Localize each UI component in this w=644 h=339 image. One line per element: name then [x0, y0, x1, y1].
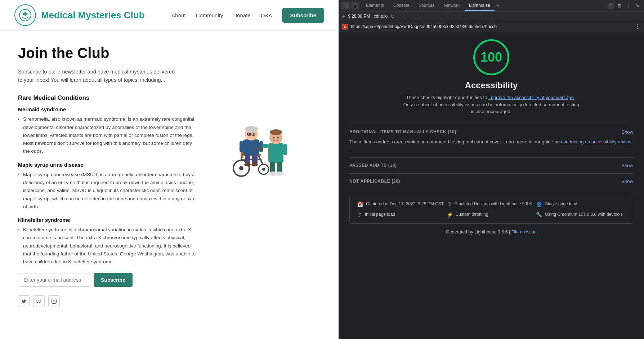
inspect-icon[interactable]: ⬚ [341, 2, 350, 9]
condition-text-2: Klinefelter syndrome is a chromosomal va… [18, 226, 198, 266]
svg-point-26 [251, 163, 258, 166]
svg-rect-21 [240, 141, 243, 152]
devtools-tab-icons: ⬚ 📱 [341, 2, 359, 9]
site-header: Medical Mysteries Club About Community D… [0, 0, 339, 31]
site-logo-icon [14, 4, 36, 26]
url-display: https://cdpn.io/pen/debug/VwdOaqp/ee0945… [351, 24, 632, 29]
footer-emulated: 🖥 Emulated Desktop with Lighthouse 9.6.6 [447, 201, 536, 207]
chromium-text: Using Chromium 107.0.0.0 with devtools [545, 211, 622, 218]
intro-text: Subscribe to our e-newsletter and have m… [18, 68, 180, 84]
svg-rect-27 [268, 143, 283, 163]
section-title: Rare Medical Conditions [18, 94, 198, 102]
nav-qa[interactable]: Q&A [261, 12, 272, 18]
svg-point-25 [244, 163, 251, 166]
nav-community[interactable]: Community [196, 12, 223, 18]
svg-point-38 [276, 171, 284, 176]
svg-point-31 [277, 137, 279, 139]
settings-icon[interactable]: ⚙ [616, 2, 623, 10]
condition-text-1: Maple syrup urine disease (MSUD) is a ra… [18, 171, 198, 211]
devtools-topbar: ⬚ 📱 Elements Console Sources Network Lig… [339, 0, 644, 12]
throttling-text: Custom throttling [456, 211, 488, 218]
logo-area: Medical Mysteries Club [14, 4, 145, 26]
footer-initial-load: ⏱ Initial page load [357, 211, 447, 218]
svg-rect-23 [245, 155, 250, 164]
audit-section-manual-header[interactable]: ADDITIONAL ITEMS TO MANUALLY CHECK (10) … [349, 129, 633, 135]
devtools-actions: 1 ⚙ ⋮ ✕ [608, 2, 641, 10]
more-tabs-icon[interactable]: » [495, 2, 501, 10]
header-subscribe-button[interactable]: Subscribe [282, 8, 324, 23]
calendar-icon: 📅 [357, 201, 363, 207]
footer-single-page: 👤 Single page load [536, 201, 626, 207]
site-nav: About Community Donate Q&A Subscribe [171, 8, 324, 23]
devtools-tabs: Elements Console Sources Network Lightho… [362, 1, 495, 11]
join-title: Join the Club [18, 45, 324, 61]
condition-name-2: Klinefelter syndrome [18, 217, 198, 223]
tab-console[interactable]: Console [389, 1, 413, 11]
svg-rect-2 [23, 13, 28, 15]
svg-point-4 [239, 166, 243, 170]
not-applicable-show-btn[interactable]: Show [621, 179, 633, 184]
svg-point-17 [253, 133, 255, 135]
accessibility-review-link[interactable]: conducting an accessibility review [561, 139, 631, 144]
footer-captured: 📅 Captured at Dec 11, 2022, 9:28 PM CST [357, 201, 447, 207]
timestamp: 9:28:08 PM · cdnp.io [348, 14, 388, 19]
tab-count-badge: 1 [608, 3, 614, 9]
svg-rect-24 [252, 155, 258, 164]
tab-sources[interactable]: Sources [414, 1, 439, 11]
audit-section-passed: PASSED AUDITS (18) Show [349, 157, 633, 173]
nav-donate[interactable]: Donate [233, 12, 250, 18]
tab-network[interactable]: Network [439, 1, 464, 11]
audit-section-passed-header[interactable]: PASSED AUDITS (18) Show [349, 163, 633, 168]
condition-name-1: Maple syrup urine disease [18, 162, 198, 168]
score-circle: 100 [473, 39, 509, 75]
social-icons [18, 295, 198, 307]
illustration [205, 94, 299, 307]
emulated-text: Emulated Desktop with Lighthouse 9.6.6 [455, 201, 532, 207]
email-input[interactable] [18, 273, 90, 287]
passed-audits-title: PASSED AUDITS (18) [349, 163, 397, 168]
improve-accessibility-link[interactable]: improve the accessibility of your web ap… [488, 95, 574, 100]
subscribe-button[interactable]: Subscribe [94, 273, 133, 287]
passed-audits-show-btn[interactable]: Show [621, 163, 633, 168]
svg-point-37 [269, 171, 277, 176]
website-panel: Medical Mysteries Club About Community D… [0, 0, 339, 339]
instagram-icon[interactable] [48, 295, 60, 307]
url-more-options[interactable]: ⋮ [635, 23, 640, 30]
site-title: Medical Mysteries Club [41, 10, 145, 21]
footer-throttling: ⚡ Custom throttling [447, 211, 536, 218]
condition-text-0: Sirenomelia, also known as mermaid syndr… [18, 115, 198, 155]
refresh-icon[interactable]: ↻ [390, 13, 395, 19]
content-area: Rare Medical Conditions Mermaid syndrome… [18, 94, 324, 307]
back-button[interactable]: + [342, 13, 345, 19]
url-row: C https://cdpn.io/pen/debug/VwdOaqp/ee09… [339, 21, 644, 32]
timer-icon: ⏱ [357, 212, 362, 218]
twitch-icon[interactable] [33, 295, 45, 307]
svg-point-15 [245, 126, 258, 132]
audit-section-manual: ADDITIONAL ITEMS TO MANUALLY CHECK (10) … [349, 124, 633, 157]
file-issue-link[interactable]: File an issue [511, 229, 537, 235]
initial-load-text: Initial page load [365, 211, 395, 218]
svg-point-30 [273, 137, 275, 139]
devtools-panel: ⬚ 📱 Elements Console Sources Network Lig… [339, 0, 644, 339]
manual-check-show-btn[interactable]: Show [621, 129, 633, 135]
close-devtools-icon[interactable]: ✕ [635, 2, 641, 10]
audit-section-na-header[interactable]: NOT APPLICABLE (26) Show [349, 179, 633, 184]
tab-elements[interactable]: Elements [362, 1, 388, 11]
subscribe-area: Subscribe [18, 273, 198, 287]
person-icon: 👤 [536, 201, 542, 207]
svg-point-6 [262, 168, 265, 171]
text-content: Rare Medical Conditions Mermaid syndrome… [18, 94, 198, 307]
condition-name-0: Mermaid syndrome [18, 107, 198, 112]
audit-section-na: NOT APPLICABLE (26) Show [349, 173, 633, 189]
single-page-text: Single page load [545, 201, 577, 207]
tab-lighthouse[interactable]: Lighthouse [465, 1, 495, 11]
nav-about[interactable]: About [171, 12, 185, 18]
more-options-icon[interactable]: ⋮ [625, 2, 632, 10]
manual-check-title: ADDITIONAL ITEMS TO MANUALLY CHECK (10) [349, 129, 456, 134]
lighthouse-description: These checks highlight opportunities to … [401, 94, 581, 115]
svg-rect-13 [243, 139, 259, 156]
lighthouse-footer: 📅 Captured at Dec 11, 2022, 9:28 PM CST … [349, 195, 633, 224]
device-icon[interactable]: 📱 [351, 2, 359, 9]
accessibility-score: 100 [480, 50, 502, 65]
twitter-icon[interactable] [18, 295, 30, 307]
